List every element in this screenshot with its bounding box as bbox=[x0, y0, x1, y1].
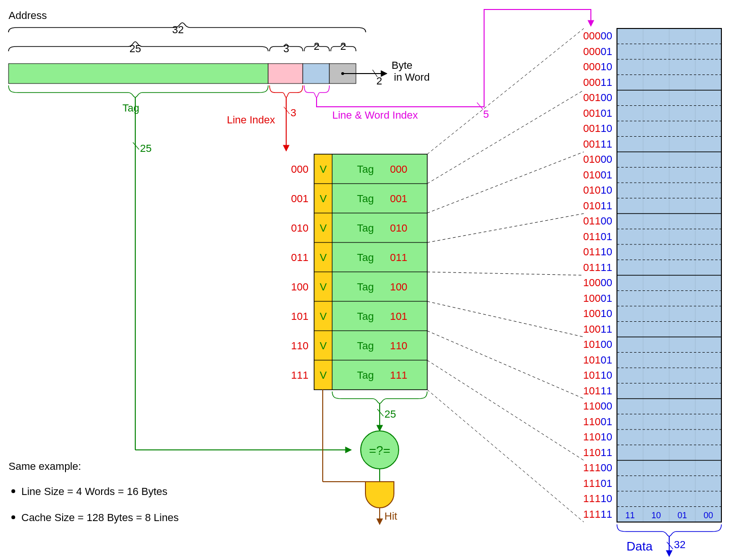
svg-text:00: 00 bbox=[703, 511, 713, 520]
data-row-index: 10111 bbox=[583, 385, 612, 397]
line-word-path bbox=[317, 9, 591, 107]
data-row-index: 10101 bbox=[583, 354, 612, 366]
svg-rect-43 bbox=[332, 360, 427, 390]
tag-wire-width: 25 bbox=[140, 142, 151, 154]
svg-text:V: V bbox=[320, 252, 327, 263]
svg-line-47 bbox=[377, 409, 383, 416]
data-row-index: 10000 bbox=[583, 277, 612, 289]
hit-label: Hit bbox=[384, 510, 397, 522]
svg-line-93 bbox=[427, 331, 584, 399]
svg-text:Tag: Tag bbox=[357, 163, 374, 175]
data-row-index: 11001 bbox=[583, 416, 612, 428]
data-label: Data bbox=[626, 539, 653, 553]
data-row-index: 00101 bbox=[583, 107, 612, 119]
svg-line-89 bbox=[427, 152, 584, 213]
svg-text:10: 10 bbox=[651, 511, 661, 520]
svg-line-95 bbox=[427, 390, 584, 522]
data-row-index: 01000 bbox=[583, 153, 612, 165]
brace-data bbox=[617, 524, 721, 536]
data-row-index: 10001 bbox=[583, 292, 612, 304]
data-row-index: 11110 bbox=[583, 493, 612, 504]
line-index-width: 3 bbox=[290, 107, 296, 119]
svg-rect-33 bbox=[332, 301, 427, 331]
brace-32: 32 bbox=[9, 23, 366, 36]
svg-text:32: 32 bbox=[172, 24, 184, 36]
svg-line-91 bbox=[427, 272, 584, 275]
cache-tag-width: 25 bbox=[384, 408, 396, 420]
data-row-index: 10010 bbox=[583, 308, 612, 319]
comparator-label: =?= bbox=[369, 443, 391, 457]
map-lines bbox=[427, 28, 584, 522]
svg-line-90 bbox=[427, 214, 584, 243]
svg-line-94 bbox=[427, 360, 584, 460]
label-2a: 2 bbox=[314, 40, 319, 52]
data-row-index: 11111 bbox=[583, 508, 612, 520]
cache-index: 100 bbox=[291, 281, 308, 293]
svg-text:001: 001 bbox=[390, 193, 408, 205]
svg-text:010: 010 bbox=[390, 222, 408, 234]
cache-index: 010 bbox=[291, 222, 308, 234]
svg-text:V: V bbox=[320, 310, 327, 322]
svg-line-88 bbox=[427, 90, 584, 184]
line-word-width: 5 bbox=[483, 108, 489, 120]
byte-in-word-2: in Word bbox=[394, 71, 430, 83]
svg-text:V: V bbox=[320, 193, 327, 205]
svg-text:Tag: Tag bbox=[357, 310, 374, 322]
svg-point-98 bbox=[11, 515, 15, 519]
data-row-index: 11100 bbox=[583, 462, 612, 474]
example-item-0: Line Size = 4 Words = 16 Bytes bbox=[21, 485, 168, 497]
example-item-1: Cache Size = 128 Bytes = 8 Lines bbox=[21, 512, 178, 523]
brace-cache-tag bbox=[332, 392, 427, 403]
line-word-label: Line & Word Index bbox=[332, 109, 418, 121]
data-row-index: 10110 bbox=[583, 369, 612, 381]
cache-index: 110 bbox=[291, 340, 308, 352]
data-row-index: 01100 bbox=[583, 215, 612, 227]
data-row-index: 11010 bbox=[583, 431, 612, 443]
svg-line-96 bbox=[667, 542, 673, 549]
svg-rect-8 bbox=[332, 154, 427, 184]
cache-index: 011 bbox=[291, 252, 308, 263]
svg-text:V: V bbox=[320, 222, 327, 234]
cache-index: 101 bbox=[291, 310, 308, 322]
field-tag bbox=[9, 64, 268, 84]
svg-text:V: V bbox=[320, 340, 327, 352]
svg-line-5 bbox=[477, 103, 483, 110]
svg-rect-38 bbox=[332, 331, 427, 360]
data-row-index: 10011 bbox=[583, 323, 612, 335]
svg-text:V: V bbox=[320, 281, 327, 293]
svg-text:000: 000 bbox=[390, 163, 408, 175]
svg-text:101: 101 bbox=[390, 310, 408, 322]
data-row-index: 01001 bbox=[583, 169, 612, 181]
byte-in-word-1: Byte bbox=[392, 59, 412, 71]
data-row-index: 01011 bbox=[583, 200, 612, 212]
svg-point-97 bbox=[11, 489, 15, 493]
svg-text:V: V bbox=[320, 369, 327, 381]
svg-line-87 bbox=[427, 28, 584, 154]
data-array: 11100100 bbox=[617, 28, 721, 522]
and-gate bbox=[365, 482, 394, 508]
line-index-label: Line Index bbox=[227, 114, 275, 126]
svg-text:Tag: Tag bbox=[357, 369, 374, 381]
svg-text:01: 01 bbox=[677, 511, 687, 520]
data-row-index: 00000 bbox=[583, 30, 612, 42]
svg-text:Tag: Tag bbox=[357, 252, 374, 263]
svg-text:Tag: Tag bbox=[357, 222, 374, 234]
svg-rect-13 bbox=[332, 184, 427, 213]
data-row-index: 00011 bbox=[583, 76, 612, 88]
cache-index: 000 bbox=[291, 163, 308, 175]
data-row-index: 11101 bbox=[583, 477, 612, 489]
svg-text:Tag: Tag bbox=[357, 281, 374, 293]
svg-text:25: 25 bbox=[130, 43, 141, 55]
data-row-index: 01101 bbox=[583, 231, 612, 243]
svg-text:011: 011 bbox=[390, 252, 408, 263]
data-row-index: 00010 bbox=[583, 61, 612, 73]
data-row-index: 11000 bbox=[583, 400, 612, 412]
label-2b: 2 bbox=[340, 40, 346, 52]
field-line-index bbox=[268, 64, 303, 84]
data-row-index: 00110 bbox=[583, 122, 612, 134]
cache-table: 000VTag000001VTag001010VTag010011VTag011… bbox=[291, 154, 427, 390]
svg-rect-18 bbox=[332, 213, 427, 243]
data-row-index: 00001 bbox=[583, 46, 612, 57]
svg-text:110: 110 bbox=[390, 340, 408, 352]
cache-index: 001 bbox=[291, 193, 308, 205]
